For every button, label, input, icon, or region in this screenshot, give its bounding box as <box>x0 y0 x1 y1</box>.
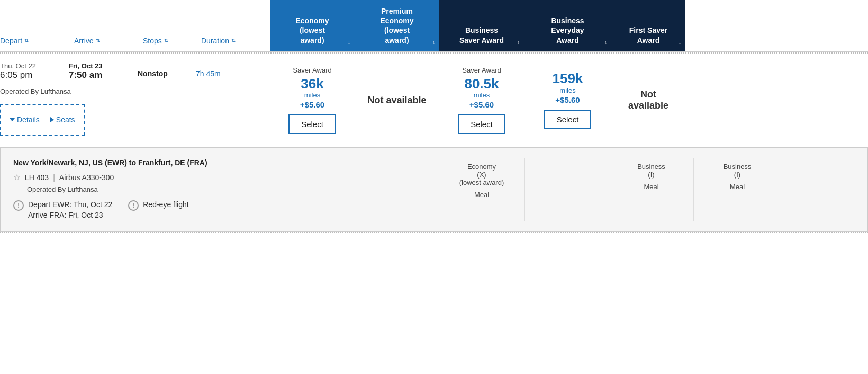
seats-label: Seats <box>56 115 75 124</box>
biz-saver-miles-label: miles <box>474 91 490 99</box>
duration-label: Duration <box>201 37 229 45</box>
premium-col-header[interactable]: PremiumEconomy(lowestaward) ↕ <box>355 0 439 51</box>
biz-saver-miles-amount: 80.5k <box>464 76 499 92</box>
economy-sort-icon: ↕ <box>348 39 350 46</box>
info-row: ! Depart EWR: Thu, Oct 22Arrive FRA: Fri… <box>13 200 429 220</box>
depart-header[interactable]: Depart ⇅ <box>0 37 69 45</box>
premium-header-label: PremiumEconomy(lowestaward) <box>380 6 413 45</box>
flight-stops: Nonstop <box>138 62 196 78</box>
seg-economy-class: Economy(X)(lowest award) <box>444 163 520 186</box>
first-saver-sort-icon: ↓ <box>679 39 681 46</box>
seg-premium-col <box>524 158 609 220</box>
flight-arrive: Fri, Oct 23 7:50 am <box>69 62 138 81</box>
biz-saver-col-header[interactable]: BusinessSaver Award ↕ <box>439 0 524 51</box>
depart-arrive-text: Depart EWR: Thu, Oct 22Arrive FRA: Fri, … <box>28 200 112 220</box>
depart-date: Thu, Oct 22 <box>0 62 69 70</box>
aircraft-type: Airbus A330-300 <box>59 173 114 182</box>
first-saver-col-header[interactable]: First SaverAward ↓ <box>611 0 685 51</box>
arrive-date: Fri, Oct 23 <box>69 62 138 70</box>
flight-number: LH 403 <box>25 173 49 182</box>
depart-label: Depart <box>0 37 22 45</box>
flight-duration: 7h 45m <box>196 62 254 78</box>
seg-biz1-meal: Meal <box>613 183 689 191</box>
seats-arrow-icon <box>50 117 54 122</box>
arrive-sort-icon: ⇅ <box>96 38 100 43</box>
economy-col-header[interactable]: Economy(lowestaward) ↕ <box>270 0 355 51</box>
biz-saver-header-label: BusinessSaver Award <box>459 25 504 44</box>
separator: | <box>53 173 55 182</box>
seg-biz2-col: Business(I) Meal <box>693 158 781 220</box>
premium-sort-icon: ↕ <box>432 39 435 46</box>
economy-award-cell: Saver Award 36k miles +$5.60 Select <box>270 62 355 139</box>
segment-right-cols: Economy(X)(lowest award) Meal Business(I… <box>439 158 855 220</box>
biz-everyday-miles-label: miles <box>559 86 575 94</box>
depart-sort-icon: ⇅ <box>24 38 29 43</box>
header-left-cols: Depart ⇅ Arrive ⇅ Stops ⇅ Duration ⇅ <box>0 0 270 51</box>
flight-actions-box: Details Seats <box>0 104 85 136</box>
details-panel: New York/Newark, NJ, US (EWR) to Frankfu… <box>0 147 868 231</box>
economy-header-label: Economy(lowestaward) <box>295 16 329 45</box>
economy-fee: +$5.60 <box>300 100 324 109</box>
bottom-separator <box>0 232 868 233</box>
red-eye-icon: ! <box>128 200 139 211</box>
biz-saver-label: Saver Award <box>462 66 501 74</box>
red-eye-text: Red-eye flight <box>143 200 188 210</box>
stops-header[interactable]: Stops ⇅ <box>138 37 196 45</box>
flight-search-table: Depart ⇅ Arrive ⇅ Stops ⇅ Duration ⇅ Eco… <box>0 0 868 233</box>
biz-everyday-col-header[interactable]: BusinessEverydayAward ↕ <box>524 0 611 51</box>
first-saver-header-label: First SaverAward <box>629 25 667 44</box>
duration-sort-icon: ⇅ <box>231 38 236 43</box>
seg-first-col <box>781 158 855 220</box>
operated-by: Operated By Lufthansa <box>0 87 265 95</box>
route-title: New York/Newark, NJ, US (EWR) to Frankfu… <box>13 158 429 167</box>
depart-arrive-info: ! Depart EWR: Thu, Oct 22Arrive FRA: Fri… <box>13 200 112 220</box>
biz-saver-select-button[interactable]: Select <box>458 114 505 134</box>
biz-saver-award-cell: Saver Award 80.5k miles +$5.60 Select <box>439 62 524 139</box>
arrive-label: Arrive <box>74 37 94 45</box>
favorite-icon[interactable]: ☆ <box>13 172 21 182</box>
stops-sort-icon: ⇅ <box>164 38 168 43</box>
table-header: Depart ⇅ Arrive ⇅ Stops ⇅ Duration ⇅ Eco… <box>0 0 868 52</box>
segment-operated-by: Operated By Lufthansa <box>13 185 429 193</box>
biz-saver-sort-icon: ↕ <box>517 39 520 46</box>
premium-award-cell: Not available <box>355 91 439 110</box>
seg-biz2-meal: Meal <box>698 183 776 191</box>
depart-info-icon: ! <box>13 200 24 211</box>
arrive-time: 7:50 am <box>69 70 138 81</box>
seg-economy-meal: Meal <box>444 191 520 199</box>
biz-everyday-award-cell: 159k miles +$5.60 Select <box>524 67 611 133</box>
seg-biz2-class: Business(I) <box>698 163 776 179</box>
flight-num-row: ☆ LH 403 | Airbus A330-300 <box>13 172 429 182</box>
details-arrow-icon <box>10 118 15 121</box>
arrive-header[interactable]: Arrive ⇅ <box>69 37 138 45</box>
biz-everyday-fee: +$5.60 <box>555 95 580 104</box>
flight-award-cells: Saver Award 36k miles +$5.60 Select Not … <box>270 62 868 139</box>
economy-select-button[interactable]: Select <box>288 114 336 134</box>
premium-not-available: Not available <box>362 95 431 106</box>
red-eye-info: ! Red-eye flight <box>128 200 188 211</box>
economy-miles-label: miles <box>304 91 320 99</box>
biz-saver-fee: +$5.60 <box>469 100 494 109</box>
biz-everyday-miles-amount: 159k <box>553 71 583 86</box>
seg-biz1-col: Business(I) Meal <box>609 158 693 220</box>
seg-biz1-class: Business(I) <box>613 163 689 179</box>
flight-depart: Thu, Oct 22 6:05 pm <box>0 62 69 81</box>
header-award-cols: Economy(lowestaward) ↕ PremiumEconomy(lo… <box>270 0 868 51</box>
economy-saver-label: Saver Award <box>293 66 331 74</box>
segment-row: New York/Newark, NJ, US (EWR) to Frankfu… <box>13 158 855 220</box>
depart-time: 6:05 pm <box>0 70 69 81</box>
first-saver-award-cell: Not available <box>611 85 685 115</box>
details-label: Details <box>17 115 40 124</box>
details-link[interactable]: Details <box>10 115 40 124</box>
first-saver-not-available: Not available <box>616 89 681 111</box>
stops-label: Stops <box>143 37 162 45</box>
economy-miles-amount: 36k <box>301 76 323 92</box>
biz-everyday-sort-icon: ↕ <box>604 39 607 46</box>
segment-left: New York/Newark, NJ, US (EWR) to Frankfu… <box>13 158 439 220</box>
flight-row: Thu, Oct 22 6:05 pm Fri, Oct 23 7:50 am … <box>0 54 868 148</box>
seg-economy-col: Economy(X)(lowest award) Meal <box>439 158 524 220</box>
seats-link[interactable]: Seats <box>50 115 75 124</box>
biz-everyday-select-button[interactable]: Select <box>544 110 592 129</box>
duration-header[interactable]: Duration ⇅ <box>196 37 270 45</box>
biz-everyday-header-label: BusinessEverydayAward <box>551 16 584 45</box>
